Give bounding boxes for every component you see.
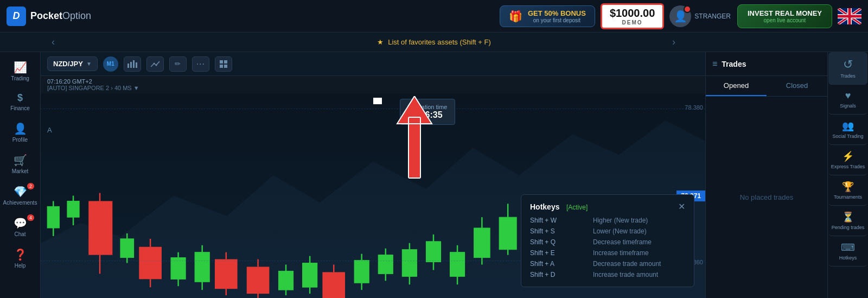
indicators-icon [151,60,159,68]
right-nav-arrow[interactable]: › [672,36,675,48]
market-icon: 🛒 [14,154,27,167]
svg-rect-22 [67,201,79,217]
pen-icon: ✏ [175,60,181,68]
hotkey-row-s: Shift + S Lower (New trade) [530,226,685,237]
left-sidebar: 📈 Trading $ Finance 👤 Profile 🛒 Market 💎… [0,52,41,298]
chart-type-button[interactable] [124,56,141,72]
frs-item-trades[interactable]: ↺ Trades [828,52,867,85]
hotkeys-header: Hotkeys [Active] ✕ [530,201,685,212]
svg-rect-49 [303,263,317,288]
frs-item-hotkeys[interactable]: ⌨ Hotkeys [828,236,867,267]
favorites-text: List of favorites assets (Shift + F) [388,38,491,46]
hotkeys-keyboard-icon: ⌨ [841,242,855,253]
svg-rect-41 [215,259,238,289]
hotkey-row-e: Shift + E Increase timeframe [530,248,685,258]
trades-panel: ≡ Trades Opened Closed No placed trades [705,52,827,298]
main-content: 📈 Trading $ Finance 👤 Profile 🛒 Market 💎… [0,52,868,298]
ticker-bar[interactable]: ‹ ★ List of favorites assets (Shift + F)… [0,33,868,52]
sidebar-item-finance[interactable]: $ Finance [2,88,39,116]
svg-rect-10 [220,60,223,64]
username: STRANGER [694,12,731,20]
chart-canvas: 78.380 78.371 78.371 78.360 A Expiration… [41,93,705,298]
finance-icon: $ [17,92,23,104]
trades-panel-header: ≡ Trades [706,52,827,76]
tab-opened[interactable]: Opened [706,76,767,96]
sidebar-item-trading[interactable]: 📈 Trading [2,56,39,86]
bonus-button[interactable]: 🎁 GET 50% BONUS on your first deposit [500,5,595,27]
hotkey-row-d: Shift + D Increase trade amount [530,269,685,280]
svg-rect-70 [474,228,490,258]
draw-button[interactable]: ✏ [169,56,187,72]
expiration-label: Expiration time [408,104,448,110]
hotkeys-title-group: Hotkeys [Active] [530,202,588,212]
avatar[interactable]: 👤 [669,5,691,27]
invest-title: INVEST REAL MONEY [748,9,822,17]
chat-icon: 💬 [14,217,27,230]
sidebar-item-market[interactable]: 🛒 Market [2,149,39,179]
bonus-text: GET 50% BONUS on your first deposit [528,9,586,23]
indicators-button[interactable] [146,56,164,72]
hotkey-row-a: Shift + A Decrease trade amount [530,258,685,269]
svg-rect-46 [279,271,293,290]
sidebar-item-profile[interactable]: 👤 Profile [2,118,39,147]
trades-tabs: Opened Closed [706,76,827,97]
invest-button[interactable]: INVEST REAL MONEY open live account [737,4,832,28]
logo[interactable]: D PocketOption [7,7,91,26]
user-area: 👤 STRANGER [669,5,731,27]
sidebar-item-help[interactable]: ❓ Help [2,244,39,273]
far-right-sidebar: ↺ Trades ♥ Signals 👥 Social Trading ⚡ Ex… [827,52,868,298]
grid-icon [220,60,227,68]
sidebar-item-achievements[interactable]: 💎 2 Achievements [2,181,39,210]
trading-icon: 📈 [14,61,27,74]
hotkeys-close-button[interactable]: ✕ [678,201,685,212]
svg-rect-44 [247,267,270,294]
svg-rect-37 [195,252,209,282]
frs-item-tournaments[interactable]: 🏆 Tournaments [828,175,867,206]
svg-rect-64 [426,242,441,262]
hotkeys-rows: Shift + W Higher (New trade) Shift + S L… [530,215,685,280]
expiration-overlay: Expiration time 07:16:35 [400,99,456,125]
svg-rect-3 [133,60,135,68]
timeframe-badge[interactable]: M1 [103,56,118,72]
more-icon: ··· [196,59,205,69]
frs-item-signals[interactable]: ♥ Signals [828,85,867,115]
invest-sub: open live account [748,17,822,23]
expiration-time: 07:16:35 [408,110,448,120]
tournaments-icon: 🏆 [842,181,854,193]
chart-info: 07:16:20 GMT+2 [AUTO] SINGAPORE 2 › 40 M… [41,76,705,93]
hotkeys-title: Hotkeys [530,202,559,211]
hotkey-row-w: Shift + W Higher (New trade) [530,215,685,226]
chart-toolbar: NZD/JPY ▼ M1 [41,52,705,76]
svg-rect-55 [354,261,369,283]
asset-selector[interactable]: NZD/JPY ▼ [47,56,98,71]
sidebar-item-chat[interactable]: 💬 4 Chat [2,212,39,242]
svg-rect-61 [402,250,417,277]
frs-item-express-trades[interactable]: ⚡ Express Trades [828,145,867,175]
social-trading-icon: 👥 [842,120,854,132]
tab-closed[interactable]: Closed [767,76,827,96]
grid-view-button[interactable] [215,56,232,72]
hotkeys-status: [Active] [566,204,588,211]
balance-label: DEMO [610,20,655,26]
balance-box[interactable]: $1000.00 DEMO [601,3,664,29]
svg-rect-19 [47,206,59,228]
chart-server: [AUTO] SINGAPORE 2 › 40 MS ▼ [47,85,139,91]
chart-time: 07:16:20 GMT+2 [47,78,92,85]
price-grid-line-high [41,109,705,109]
svg-rect-73 [499,217,516,250]
frs-item-social-trading[interactable]: 👥 Social Trading [828,115,867,145]
svg-rect-67 [450,252,465,277]
chat-badge: 4 [27,214,34,221]
svg-rect-11 [224,60,227,64]
logo-text: PocketOption [30,10,91,22]
language-flag[interactable] [838,8,861,24]
svg-rect-2 [130,62,132,68]
balance-amount: $1000.00 [610,7,655,20]
left-nav-arrow[interactable]: ‹ [52,36,55,48]
trades-panel-title: Trades [722,60,746,68]
more-button[interactable]: ··· [192,56,209,72]
frs-item-pending-trades[interactable]: ⏳ Pending trades [828,206,867,236]
svg-rect-1 [127,64,129,68]
svg-rect-58 [378,255,393,274]
chart-area: NZD/JPY ▼ M1 [41,52,705,298]
